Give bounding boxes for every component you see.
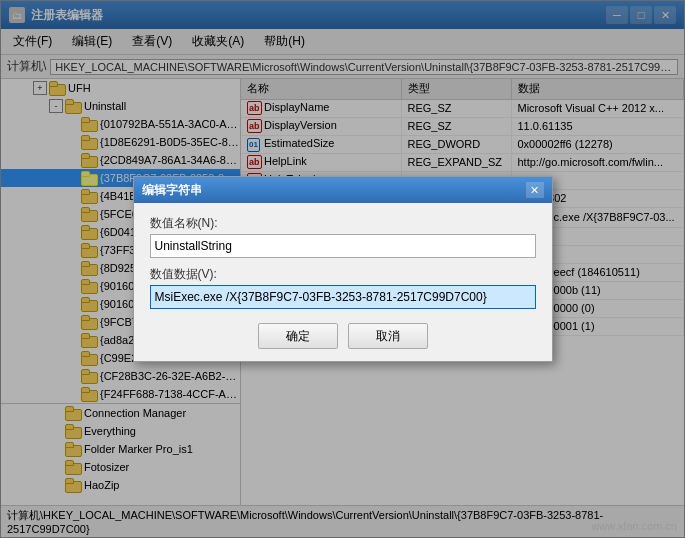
- watermark: www.xfan.com.cn: [591, 520, 677, 532]
- edit-string-dialog: 编辑字符串 ✕ 数值名称(N): 数值数据(V): 确定 取消: [133, 176, 553, 362]
- ok-button[interactable]: 确定: [258, 323, 338, 349]
- data-label: 数值数据(V):: [150, 266, 536, 283]
- data-input[interactable]: [150, 285, 536, 309]
- name-input[interactable]: [150, 234, 536, 258]
- dialog-title-bar: 编辑字符串 ✕: [134, 177, 552, 203]
- dialog-title-text: 编辑字符串: [142, 182, 202, 199]
- dialog-close-button[interactable]: ✕: [526, 182, 544, 198]
- cancel-button[interactable]: 取消: [348, 323, 428, 349]
- dialog-buttons: 确定 取消: [150, 323, 536, 349]
- data-field-group: 数值数据(V):: [150, 266, 536, 309]
- name-label: 数值名称(N):: [150, 215, 536, 232]
- modal-overlay: 编辑字符串 ✕ 数值名称(N): 数值数据(V): 确定 取消: [0, 0, 685, 538]
- name-field-group: 数值名称(N):: [150, 215, 536, 258]
- dialog-body: 数值名称(N): 数值数据(V): 确定 取消: [134, 203, 552, 361]
